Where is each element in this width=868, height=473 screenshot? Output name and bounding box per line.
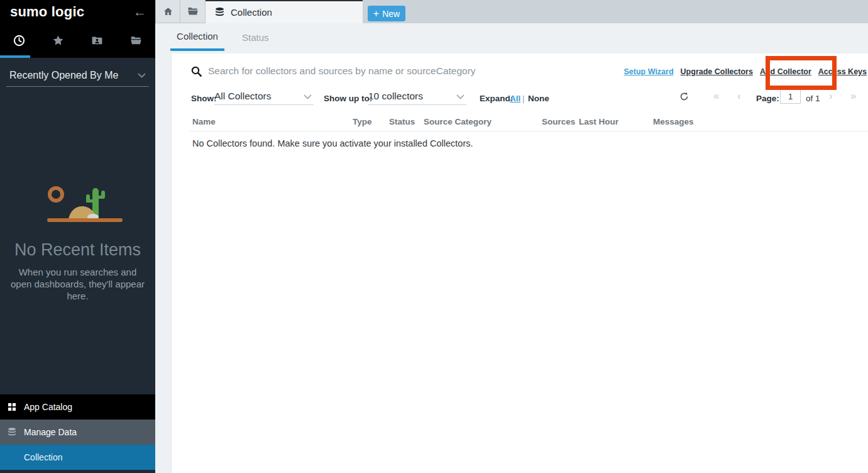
desert-illustration <box>31 182 125 228</box>
column-header-messages[interactable]: Messages <box>653 117 694 126</box>
chevron-down-icon <box>456 94 464 99</box>
collection-panel: Setup Wizard Upgrade Collectors Add Coll… <box>171 53 868 473</box>
next-page-button[interactable]: › <box>829 90 833 103</box>
access-keys-link[interactable]: Access Keys <box>818 67 867 76</box>
tab-label: Collection <box>231 7 272 18</box>
subtab-status[interactable]: Status <box>242 23 269 51</box>
expand-separator: | <box>522 94 525 103</box>
upgrade-collectors-link[interactable]: Upgrade Collectors <box>681 67 753 76</box>
recent-dropdown[interactable]: Recently Opened By Me <box>6 65 149 87</box>
collapse-sidebar-icon[interactable]: ← <box>133 5 146 18</box>
toolbar-links: Setup Wizard Upgrade Collectors Add Coll… <box>624 67 867 76</box>
new-button[interactable]: + New <box>368 6 405 21</box>
tab-strip: Collection + New <box>155 0 868 23</box>
sidebar-item-label: App Catalog <box>24 402 72 412</box>
show-filter-label: Show: <box>191 94 217 103</box>
home-icon <box>163 6 173 17</box>
page-number-input[interactable] <box>780 89 801 104</box>
add-collector-link[interactable]: Add Collector <box>760 67 811 76</box>
library-folder-icon[interactable] <box>116 23 155 58</box>
show-filter-dropdown[interactable]: All Collectors <box>214 88 314 105</box>
subtab-collection[interactable]: Collection <box>170 23 224 51</box>
limit-filter-label: Show up to: <box>324 94 372 103</box>
table-header-divider <box>189 131 868 131</box>
new-button-label: New <box>382 9 400 19</box>
sumo-logic-logo: sumo logic <box>10 4 84 20</box>
open-folder-button[interactable] <box>180 0 206 23</box>
shared-content-icon[interactable] <box>78 23 117 58</box>
home-button[interactable] <box>155 0 180 23</box>
folder-icon <box>187 6 199 17</box>
last-page-button[interactable]: » <box>850 90 856 103</box>
sidebar-nav-icons <box>0 23 155 58</box>
search-input[interactable] <box>208 62 598 80</box>
sidebar-item-label: Manage Data <box>24 427 77 437</box>
subtab-bar: Collection Status <box>155 23 868 53</box>
no-recent-items-title: No Recent Items <box>0 240 155 260</box>
no-recent-items-subtitle: When you run searches and open dashboard… <box>10 266 145 302</box>
sidebar: sumo logic ← Recently Opened By Me <box>0 0 155 473</box>
tab-collection[interactable]: Collection <box>206 0 363 23</box>
prev-page-button[interactable]: ‹ <box>737 90 741 103</box>
setup-wizard-link[interactable]: Setup Wizard <box>624 67 674 76</box>
main-area: Collection + New Collection Status Setup… <box>155 0 868 473</box>
first-page-button[interactable]: « <box>713 90 719 103</box>
search-icon <box>191 66 202 77</box>
empty-table-message: No Collectors found. Make sure you activ… <box>192 138 473 148</box>
expand-all-link[interactable]: All <box>510 94 520 103</box>
page-count: of 1 <box>806 94 820 103</box>
column-header-sources[interactable]: Sources <box>542 117 575 126</box>
database-icon <box>0 427 24 437</box>
column-header-last-hour[interactable]: Last Hour <box>579 117 618 126</box>
sidebar-item-collection[interactable]: Collection <box>0 445 155 470</box>
sidebar-item-manage-data[interactable]: Manage Data <box>0 420 155 445</box>
show-filter-value: All Collectors <box>214 91 271 102</box>
page-label: Page: <box>756 94 779 103</box>
sidebar-bottom-menu: App Catalog Manage Data Collection <box>0 394 155 470</box>
expand-none-link[interactable]: None <box>528 94 549 103</box>
expand-label: Expand: <box>480 94 513 103</box>
sidebar-item-app-catalog[interactable]: App Catalog <box>0 394 155 420</box>
refresh-icon[interactable] <box>679 92 689 101</box>
database-icon <box>214 7 225 18</box>
sidebar-item-label: Collection <box>24 452 62 462</box>
column-header-type[interactable]: Type <box>353 117 372 126</box>
recent-dropdown-label: Recently Opened By Me <box>9 70 118 81</box>
column-header-name[interactable]: Name <box>192 117 216 126</box>
limit-filter-dropdown[interactable]: 10 collectors <box>368 88 466 105</box>
recent-clock-icon[interactable] <box>0 23 39 58</box>
chevron-down-icon <box>304 94 312 99</box>
column-header-status[interactable]: Status <box>389 117 415 126</box>
active-nav-indicator <box>0 55 30 58</box>
favorites-star-icon[interactable] <box>39 23 78 58</box>
app-grid-icon <box>0 402 24 412</box>
limit-filter-value: 10 collectors <box>368 91 423 102</box>
column-header-source-category[interactable]: Source Category <box>424 117 492 126</box>
plus-icon: + <box>373 9 379 19</box>
sidebar-header: sumo logic ← <box>0 0 155 23</box>
chevron-down-icon <box>138 73 146 78</box>
